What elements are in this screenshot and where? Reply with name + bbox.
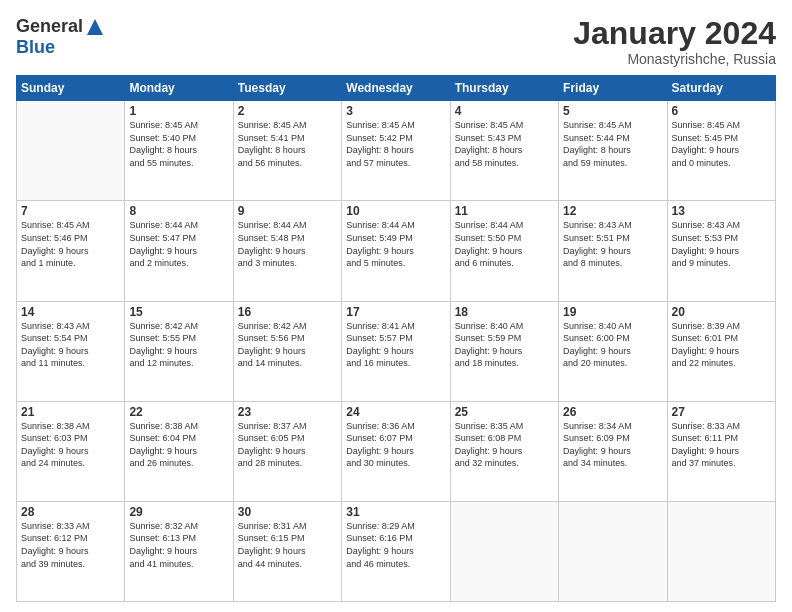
calendar-cell: 8Sunrise: 8:44 AMSunset: 5:47 PMDaylight…	[125, 201, 233, 301]
day-info: Sunrise: 8:45 AMSunset: 5:45 PMDaylight:…	[672, 119, 771, 169]
day-number: 7	[21, 204, 120, 218]
weekday-header-sunday: Sunday	[17, 76, 125, 101]
calendar-cell: 11Sunrise: 8:44 AMSunset: 5:50 PMDayligh…	[450, 201, 558, 301]
day-number: 28	[21, 505, 120, 519]
calendar-cell: 27Sunrise: 8:33 AMSunset: 6:11 PMDayligh…	[667, 401, 775, 501]
day-number: 3	[346, 104, 445, 118]
day-info: Sunrise: 8:45 AMSunset: 5:44 PMDaylight:…	[563, 119, 662, 169]
month-title: January 2024	[573, 16, 776, 51]
weekday-header-thursday: Thursday	[450, 76, 558, 101]
svg-marker-0	[87, 19, 103, 35]
logo-general-text: General	[16, 16, 83, 37]
page: General Blue January 2024 Monastyrishche…	[0, 0, 792, 612]
day-info: Sunrise: 8:29 AMSunset: 6:16 PMDaylight:…	[346, 520, 445, 570]
day-info: Sunrise: 8:42 AMSunset: 5:55 PMDaylight:…	[129, 320, 228, 370]
day-info: Sunrise: 8:45 AMSunset: 5:41 PMDaylight:…	[238, 119, 337, 169]
day-info: Sunrise: 8:41 AMSunset: 5:57 PMDaylight:…	[346, 320, 445, 370]
day-info: Sunrise: 8:37 AMSunset: 6:05 PMDaylight:…	[238, 420, 337, 470]
logo-icon	[85, 17, 105, 37]
day-number: 24	[346, 405, 445, 419]
day-number: 25	[455, 405, 554, 419]
calendar-cell	[559, 501, 667, 601]
calendar-cell: 6Sunrise: 8:45 AMSunset: 5:45 PMDaylight…	[667, 101, 775, 201]
day-number: 26	[563, 405, 662, 419]
day-info: Sunrise: 8:40 AMSunset: 5:59 PMDaylight:…	[455, 320, 554, 370]
day-number: 15	[129, 305, 228, 319]
calendar-cell: 12Sunrise: 8:43 AMSunset: 5:51 PMDayligh…	[559, 201, 667, 301]
weekday-header-tuesday: Tuesday	[233, 76, 341, 101]
calendar-cell: 3Sunrise: 8:45 AMSunset: 5:42 PMDaylight…	[342, 101, 450, 201]
day-info: Sunrise: 8:38 AMSunset: 6:04 PMDaylight:…	[129, 420, 228, 470]
calendar-cell: 26Sunrise: 8:34 AMSunset: 6:09 PMDayligh…	[559, 401, 667, 501]
day-number: 4	[455, 104, 554, 118]
day-number: 23	[238, 405, 337, 419]
logo-blue-text: Blue	[16, 37, 55, 58]
day-number: 10	[346, 204, 445, 218]
day-number: 12	[563, 204, 662, 218]
day-info: Sunrise: 8:44 AMSunset: 5:47 PMDaylight:…	[129, 219, 228, 269]
day-number: 21	[21, 405, 120, 419]
calendar-cell	[17, 101, 125, 201]
week-row-3: 21Sunrise: 8:38 AMSunset: 6:03 PMDayligh…	[17, 401, 776, 501]
calendar-cell: 1Sunrise: 8:45 AMSunset: 5:40 PMDaylight…	[125, 101, 233, 201]
day-info: Sunrise: 8:36 AMSunset: 6:07 PMDaylight:…	[346, 420, 445, 470]
day-info: Sunrise: 8:31 AMSunset: 6:15 PMDaylight:…	[238, 520, 337, 570]
day-info: Sunrise: 8:34 AMSunset: 6:09 PMDaylight:…	[563, 420, 662, 470]
day-number: 19	[563, 305, 662, 319]
day-info: Sunrise: 8:42 AMSunset: 5:56 PMDaylight:…	[238, 320, 337, 370]
calendar-cell	[450, 501, 558, 601]
calendar-cell: 24Sunrise: 8:36 AMSunset: 6:07 PMDayligh…	[342, 401, 450, 501]
calendar-cell: 14Sunrise: 8:43 AMSunset: 5:54 PMDayligh…	[17, 301, 125, 401]
weekday-header-row: SundayMondayTuesdayWednesdayThursdayFrid…	[17, 76, 776, 101]
location: Monastyrishche, Russia	[573, 51, 776, 67]
calendar-cell: 9Sunrise: 8:44 AMSunset: 5:48 PMDaylight…	[233, 201, 341, 301]
calendar-cell: 20Sunrise: 8:39 AMSunset: 6:01 PMDayligh…	[667, 301, 775, 401]
calendar-cell: 31Sunrise: 8:29 AMSunset: 6:16 PMDayligh…	[342, 501, 450, 601]
week-row-0: 1Sunrise: 8:45 AMSunset: 5:40 PMDaylight…	[17, 101, 776, 201]
day-number: 17	[346, 305, 445, 319]
calendar-cell	[667, 501, 775, 601]
day-info: Sunrise: 8:33 AMSunset: 6:12 PMDaylight:…	[21, 520, 120, 570]
calendar-cell: 22Sunrise: 8:38 AMSunset: 6:04 PMDayligh…	[125, 401, 233, 501]
calendar-cell: 28Sunrise: 8:33 AMSunset: 6:12 PMDayligh…	[17, 501, 125, 601]
day-number: 30	[238, 505, 337, 519]
weekday-header-friday: Friday	[559, 76, 667, 101]
header: General Blue January 2024 Monastyrishche…	[16, 16, 776, 67]
weekday-header-wednesday: Wednesday	[342, 76, 450, 101]
day-number: 6	[672, 104, 771, 118]
day-info: Sunrise: 8:40 AMSunset: 6:00 PMDaylight:…	[563, 320, 662, 370]
day-number: 27	[672, 405, 771, 419]
day-info: Sunrise: 8:35 AMSunset: 6:08 PMDaylight:…	[455, 420, 554, 470]
day-number: 13	[672, 204, 771, 218]
title-block: January 2024 Monastyrishche, Russia	[573, 16, 776, 67]
weekday-header-monday: Monday	[125, 76, 233, 101]
day-info: Sunrise: 8:39 AMSunset: 6:01 PMDaylight:…	[672, 320, 771, 370]
calendar-cell: 29Sunrise: 8:32 AMSunset: 6:13 PMDayligh…	[125, 501, 233, 601]
day-number: 1	[129, 104, 228, 118]
calendar-cell: 30Sunrise: 8:31 AMSunset: 6:15 PMDayligh…	[233, 501, 341, 601]
calendar-cell: 15Sunrise: 8:42 AMSunset: 5:55 PMDayligh…	[125, 301, 233, 401]
calendar-cell: 2Sunrise: 8:45 AMSunset: 5:41 PMDaylight…	[233, 101, 341, 201]
weekday-header-saturday: Saturday	[667, 76, 775, 101]
day-number: 9	[238, 204, 337, 218]
week-row-2: 14Sunrise: 8:43 AMSunset: 5:54 PMDayligh…	[17, 301, 776, 401]
day-info: Sunrise: 8:38 AMSunset: 6:03 PMDaylight:…	[21, 420, 120, 470]
day-info: Sunrise: 8:43 AMSunset: 5:53 PMDaylight:…	[672, 219, 771, 269]
day-info: Sunrise: 8:45 AMSunset: 5:40 PMDaylight:…	[129, 119, 228, 169]
calendar-cell: 17Sunrise: 8:41 AMSunset: 5:57 PMDayligh…	[342, 301, 450, 401]
calendar-cell: 4Sunrise: 8:45 AMSunset: 5:43 PMDaylight…	[450, 101, 558, 201]
day-info: Sunrise: 8:32 AMSunset: 6:13 PMDaylight:…	[129, 520, 228, 570]
calendar-cell: 10Sunrise: 8:44 AMSunset: 5:49 PMDayligh…	[342, 201, 450, 301]
day-info: Sunrise: 8:45 AMSunset: 5:43 PMDaylight:…	[455, 119, 554, 169]
calendar-table: SundayMondayTuesdayWednesdayThursdayFrid…	[16, 75, 776, 602]
calendar-cell: 21Sunrise: 8:38 AMSunset: 6:03 PMDayligh…	[17, 401, 125, 501]
calendar-cell: 13Sunrise: 8:43 AMSunset: 5:53 PMDayligh…	[667, 201, 775, 301]
calendar-cell: 7Sunrise: 8:45 AMSunset: 5:46 PMDaylight…	[17, 201, 125, 301]
day-info: Sunrise: 8:43 AMSunset: 5:51 PMDaylight:…	[563, 219, 662, 269]
calendar-cell: 18Sunrise: 8:40 AMSunset: 5:59 PMDayligh…	[450, 301, 558, 401]
day-info: Sunrise: 8:44 AMSunset: 5:50 PMDaylight:…	[455, 219, 554, 269]
day-info: Sunrise: 8:33 AMSunset: 6:11 PMDaylight:…	[672, 420, 771, 470]
logo: General Blue	[16, 16, 105, 58]
day-number: 11	[455, 204, 554, 218]
day-number: 16	[238, 305, 337, 319]
